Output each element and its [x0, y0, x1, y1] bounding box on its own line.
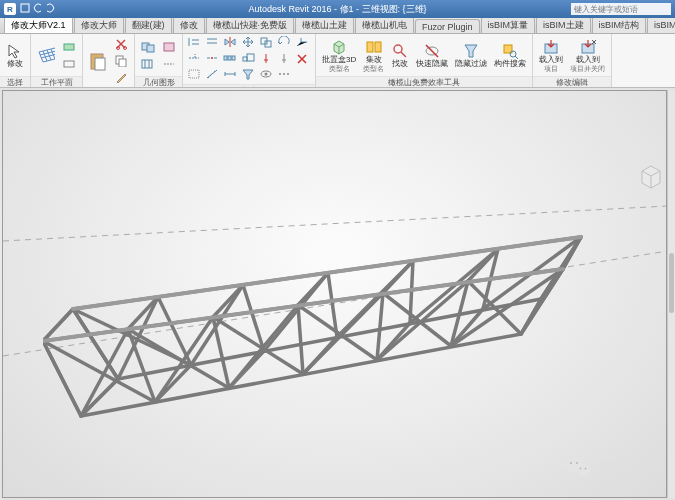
svg-point-15	[211, 57, 213, 59]
tab[interactable]: 橄榄山机电	[355, 16, 414, 33]
tab[interactable]: 翻建(建)	[125, 16, 172, 33]
truss-model[interactable]	[43, 201, 603, 441]
svg-rect-21	[189, 70, 199, 78]
svg-rect-4	[95, 58, 105, 70]
tab[interactable]: isBIM算量	[481, 16, 536, 33]
hide-icon[interactable]	[259, 66, 275, 84]
tab[interactable]: 橄榄山快建·免费版	[206, 16, 295, 33]
copy-button[interactable]	[112, 53, 130, 69]
svg-rect-0	[21, 4, 29, 12]
svg-rect-1	[64, 44, 74, 50]
window-title: Autodesk Revit 2016 - 修1 - 三维视图: {三维}	[248, 3, 426, 16]
wall-icon	[162, 40, 176, 54]
svg-rect-19	[243, 57, 247, 61]
measure-icon[interactable]	[205, 66, 221, 84]
svg-rect-28	[375, 42, 381, 52]
group-label: 工作平面	[31, 76, 82, 87]
tab[interactable]: isBIM土建	[536, 16, 591, 33]
search-replace-icon	[391, 42, 409, 60]
group-label: 选择	[0, 76, 30, 87]
save-icon[interactable]	[20, 3, 30, 13]
help-search-input[interactable]	[571, 3, 671, 15]
group-icon[interactable]	[187, 66, 203, 84]
cutgeo-icon	[141, 57, 155, 71]
3d-viewport[interactable]	[0, 88, 675, 500]
tab[interactable]: 橄榄山土建	[295, 16, 354, 33]
ribbon: 修改 选择 工作平面	[0, 34, 675, 88]
svg-rect-2	[64, 61, 74, 67]
svg-rect-27	[367, 42, 373, 52]
group-label: 几何图形	[135, 76, 182, 87]
element-search-icon	[501, 42, 519, 60]
svg-point-23	[265, 73, 268, 76]
grid-icon	[37, 46, 55, 64]
modify-button[interactable]: 修改	[4, 41, 26, 70]
element-search-button[interactable]: 构件搜索	[492, 41, 528, 70]
join-icon	[141, 40, 155, 54]
ribbon-group-workplane: 工作平面	[31, 34, 83, 87]
revit-app-icon[interactable]: R	[4, 3, 16, 15]
tab[interactable]: isBIM机电	[647, 16, 675, 33]
titlebar: R Autodesk Revit 2016 - 修1 - 三维视图: {三维}	[0, 0, 675, 18]
redo-icon[interactable]	[45, 3, 55, 13]
quick-hide-button[interactable]: 快速隐藏	[414, 41, 450, 70]
plane-show-button[interactable]	[60, 39, 78, 55]
cursor-icon	[6, 42, 24, 60]
undo-icon[interactable]	[33, 3, 43, 13]
find-modify-button[interactable]: 找改	[389, 41, 411, 70]
svg-rect-18	[232, 56, 235, 60]
filter-icon[interactable]	[241, 66, 257, 84]
split-icon	[162, 57, 176, 71]
ribbon-group-olive: 批置盒3D 类型名 集改 类型名 找改 快速隐藏 隐藏过滤	[316, 34, 533, 87]
workplane-button[interactable]	[35, 45, 57, 65]
filter-hide-icon	[462, 42, 480, 60]
ribbon-group-family-editor: 载入到 项目 载入到 项目并关闭 修改编辑	[533, 34, 612, 87]
tab[interactable]: Fuzor Plugin	[415, 19, 480, 33]
brush-icon	[114, 71, 128, 85]
vertical-scrollbar[interactable]	[667, 90, 675, 498]
plane-ref-button[interactable]	[60, 56, 78, 72]
tab[interactable]: 修改	[173, 16, 205, 33]
group-label: 修改	[183, 84, 315, 87]
help-search	[571, 3, 671, 15]
tab[interactable]: isBIM结构	[592, 16, 647, 33]
load-into-project-button[interactable]: 载入到 项目	[537, 37, 565, 73]
more-icon[interactable]	[277, 66, 293, 84]
ribbon-group-modify: 修改	[183, 34, 316, 87]
cut-icon	[114, 37, 128, 51]
svg-rect-10	[147, 45, 154, 52]
edit-multi-icon	[365, 38, 383, 56]
ribbon-group-geometry: 几何图形	[135, 34, 183, 87]
view-cube[interactable]	[636, 161, 666, 191]
group-label: 橄榄山免费效率工具	[316, 76, 532, 87]
scrollbar-thumb[interactable]	[669, 253, 674, 313]
batch-modify-button[interactable]: 集改 类型名	[361, 37, 386, 73]
batch-box3d-button[interactable]: 批置盒3D 类型名	[320, 37, 358, 73]
hide-filter-button[interactable]: 隐藏过滤	[453, 41, 489, 70]
ribbon-group-clipboard: 剪贴板	[83, 34, 135, 87]
cut-geo-button[interactable]	[139, 56, 157, 72]
load-close-button[interactable]: 载入到 项目并关闭	[568, 37, 607, 73]
copy-icon	[114, 54, 128, 68]
tab[interactable]: 修改大师	[74, 16, 124, 33]
wall-button[interactable]	[160, 39, 178, 55]
matchtype-button[interactable]	[112, 70, 130, 86]
svg-point-26	[287, 73, 289, 75]
svg-point-29	[394, 45, 402, 53]
svg-rect-12	[164, 43, 174, 51]
split-button[interactable]	[160, 56, 178, 72]
join-button[interactable]	[139, 39, 157, 55]
load-close-icon	[579, 38, 597, 56]
cube-icon	[330, 38, 348, 56]
paste-button[interactable]	[87, 51, 109, 71]
cut-button[interactable]	[112, 36, 130, 52]
plane-icon	[62, 40, 76, 54]
ribbon-group-select: 修改 选择	[0, 34, 31, 87]
dim-icon[interactable]	[223, 66, 239, 84]
svg-rect-20	[247, 54, 254, 61]
delete-icon[interactable]	[295, 50, 311, 68]
tab-active[interactable]: 修改大师V2.1	[4, 16, 73, 33]
svg-rect-11	[142, 60, 152, 68]
group-label: 修改编辑	[533, 76, 611, 87]
svg-point-24	[279, 73, 281, 75]
